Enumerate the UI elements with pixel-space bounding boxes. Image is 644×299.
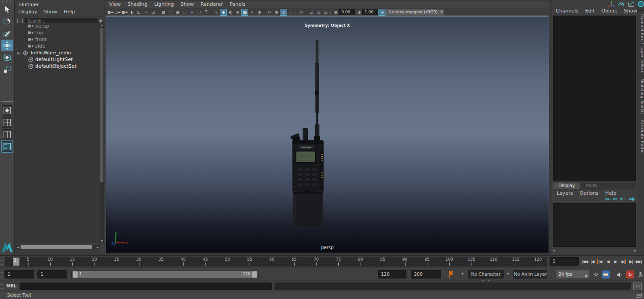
motion-blur-icon[interactable]: ◉	[273, 9, 280, 16]
tab-anim[interactable]: Anim	[580, 183, 603, 189]
anim-layer-dropdown-icon[interactable]: ▾	[507, 272, 509, 276]
outliner-menu-display[interactable]: Display	[19, 9, 37, 15]
outliner-item-defaultobjectset[interactable]: defaultObjectSet	[16, 63, 100, 70]
lock-camera-icon[interactable]: ◻◄	[114, 9, 121, 16]
safe-action-icon[interactable]: ⊡	[195, 9, 202, 16]
tab-channel-box-layer-editor[interactable]: Channel Box / Layer Editor	[637, 10, 644, 75]
current-frame-indicator[interactable]: 1	[13, 258, 20, 266]
range-end-handle[interactable]	[252, 271, 257, 278]
move-layer-up-icon[interactable]: ◈▴	[605, 197, 609, 201]
image-plane-attach-icon[interactable]: ◳	[315, 9, 322, 16]
scroll-right-icon[interactable]: ▶	[95, 245, 100, 250]
scroll-right-icon[interactable]: ▶	[634, 248, 636, 253]
use-default-material-icon[interactable]: ▩	[241, 9, 248, 16]
outliner-item-trellisware-redio[interactable]: ⊞ TrellisWare_redio	[16, 49, 100, 56]
menu-help-le[interactable]: Help	[605, 190, 616, 196]
bookmark-icon[interactable]: ▮	[128, 9, 135, 16]
step-forward-frame-button[interactable]: ▶|	[627, 257, 635, 266]
range-start-handle[interactable]	[73, 271, 78, 278]
layout-two-pane-button[interactable]	[2, 129, 12, 140]
camera-attributes-icon[interactable]: ◼◄	[121, 9, 128, 16]
right-panel-scrollbar[interactable]: ◀ ▶	[553, 248, 636, 253]
wireframe-on-shaded-icon[interactable]: ◈	[234, 9, 241, 16]
gamma-field[interactable]: 1.00	[362, 9, 378, 15]
playback-end-field[interactable]: 120	[378, 270, 406, 279]
auto-key-toggle[interactable]: ↻	[626, 270, 634, 279]
outliner-horizontal-scrollbar[interactable]: ◀ ▶	[16, 245, 100, 250]
scroll-down-icon[interactable]: ▼	[100, 239, 104, 243]
outliner-list[interactable]: persp top front side ⊞ TrellisWare_redio	[16, 23, 100, 243]
scale-tool-button[interactable]	[1, 64, 13, 75]
channel-box-content[interactable]	[553, 16, 636, 181]
character-set-dropdown-icon[interactable]: ▾	[462, 272, 464, 276]
view-transform-dropdown[interactable]: Un-tone-mapped (sRGB) ▼	[386, 9, 444, 16]
select-camera-icon[interactable]: ◼◄	[107, 9, 114, 16]
character-set-field[interactable]: No Character Set	[468, 270, 504, 279]
exposure-icon[interactable]: ◉	[332, 9, 339, 16]
mel-result-field[interactable]	[275, 283, 631, 290]
menu-lighting[interactable]: Lighting	[154, 1, 174, 7]
mel-label[interactable]: MEL	[6, 283, 16, 288]
mel-command-input[interactable]	[20, 283, 272, 290]
layout-outliner-persp-button[interactable]	[2, 141, 12, 152]
range-slider-bar[interactable]	[73, 271, 257, 278]
viewport-canvas[interactable]: Symmetry: Object X	[106, 16, 549, 253]
go-to-end-button[interactable]: ▶▶|	[635, 257, 643, 266]
time-slider[interactable]: 5101520253035404550556065707580859095100…	[5, 257, 547, 266]
tab-modeling-toolkit[interactable]: Modeling Toolkit	[637, 75, 644, 117]
speed-gauge-icon[interactable]	[618, 1, 624, 7]
toolbox-grip[interactable]	[1, 0, 13, 3]
layout-four-pane-button[interactable]	[2, 117, 12, 128]
paint-select-tool-button[interactable]	[1, 28, 13, 39]
scroll-left-icon[interactable]: ◀	[553, 248, 555, 253]
image-plane-icon[interactable]: ◱	[308, 9, 315, 16]
pan-zoom-icon[interactable]: +	[142, 9, 149, 16]
exposure-field[interactable]: 0.00	[339, 9, 355, 15]
menu-panels[interactable]: Panels	[230, 1, 245, 7]
bookmark-flag-icon[interactable]	[448, 270, 455, 278]
radio-3d-model[interactable]: TrellisWare	[288, 39, 328, 230]
menu-options[interactable]: Options	[579, 190, 598, 196]
scrollbar-thumb[interactable]	[21, 245, 92, 249]
lasso-tool-button[interactable]	[1, 16, 13, 27]
animation-start-field[interactable]: 1	[4, 270, 34, 279]
fps-dropdown[interactable]: 24 fps ▼	[556, 270, 589, 279]
menu-object[interactable]: Object	[601, 8, 617, 14]
workspace-icon[interactable]	[638, 1, 644, 7]
color-management-icon[interactable]: ◎	[378, 9, 386, 16]
step-forward-key-button[interactable]: ▶|	[619, 257, 627, 266]
menu-show[interactable]: Show	[180, 1, 194, 7]
current-frame-field[interactable]: 1	[550, 257, 579, 266]
scrollbar-thumb[interactable]	[100, 28, 103, 182]
play-backwards-button[interactable]: ◀	[604, 257, 611, 266]
menu-channels[interactable]: Channels	[556, 8, 578, 14]
menu-view[interactable]: View	[109, 1, 121, 7]
playblast-icon[interactable]	[602, 270, 610, 279]
output-window-icon[interactable]	[636, 293, 642, 298]
sculpt-brush-icon[interactable]: ◿	[149, 9, 156, 16]
gate-mask-icon[interactable]: ▢	[181, 9, 188, 16]
layer-list-content[interactable]	[553, 203, 636, 247]
outliner-item-defaultlightset[interactable]: defaultLightSet	[16, 56, 100, 63]
range-slider-grip[interactable]	[0, 269, 4, 279]
animation-end-field[interactable]: 200	[411, 270, 441, 279]
play-forwards-button[interactable]: ▶	[612, 257, 619, 266]
menu-layers[interactable]: Layers	[557, 190, 573, 196]
rotate-tool-button[interactable]	[1, 52, 13, 63]
outliner-vertical-scrollbar[interactable]: ▲ ▼	[100, 23, 104, 243]
scroll-up-icon[interactable]: ▲	[100, 23, 104, 27]
outliner-item-persp[interactable]: persp	[16, 23, 100, 29]
step-back-key-button[interactable]: |◀	[596, 257, 604, 266]
isolate-select-icon[interactable]: ⊕	[297, 9, 304, 16]
sound-mute-icon[interactable]	[615, 270, 623, 279]
menu-shading[interactable]: Shading	[127, 1, 148, 7]
shadows-icon[interactable]: ◑	[255, 9, 263, 16]
grid-icon[interactable]: ▦	[160, 9, 167, 16]
outliner-menu-show[interactable]: Show	[44, 9, 57, 15]
new-layer-from-selection-icon[interactable]: ◈●	[628, 197, 634, 201]
resolution-gate-icon[interactable]: ▣	[174, 9, 181, 16]
field-chart-icon[interactable]: ⊞	[188, 9, 195, 16]
new-layer-icon[interactable]: ◈+	[620, 197, 625, 201]
animation-preferences-icon[interactable]	[636, 270, 644, 279]
tab-display[interactable]: Display	[553, 183, 580, 189]
